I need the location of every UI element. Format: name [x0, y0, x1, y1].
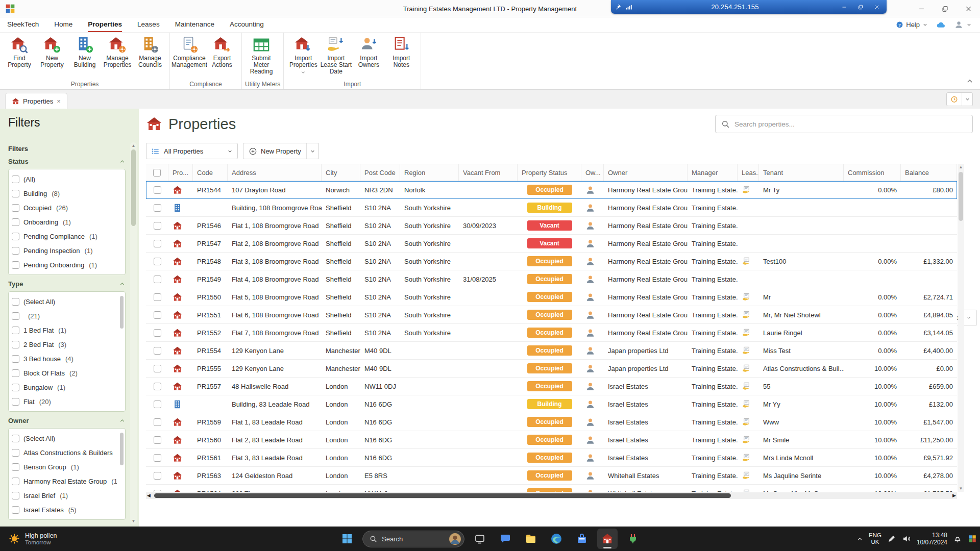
filter-checkbox[interactable]: [12, 327, 19, 334]
filter-checkbox[interactable]: [12, 341, 19, 348]
filter-checkbox[interactable]: [12, 398, 19, 406]
row-checkbox[interactable]: [154, 418, 161, 426]
table-row[interactable]: PR1552 Flat 7, 108 Broomgrove Road Sheff…: [146, 324, 957, 342]
table-row[interactable]: PR1550 Flat 5, 108 Broomgrove Road Sheff…: [146, 288, 957, 306]
menu-item[interactable]: Leases: [137, 17, 160, 32]
cloud-icon[interactable]: [936, 20, 946, 30]
column-header-tenant[interactable]: Tenant: [759, 164, 844, 181]
widgets-icon[interactable]: [968, 534, 977, 543]
filter-item[interactable]: Occupied (26): [12, 201, 122, 215]
row-checkbox[interactable]: [154, 454, 161, 462]
filter-checkbox[interactable]: [12, 506, 19, 514]
filter-checkbox[interactable]: [12, 449, 19, 457]
touch-keyboard-icon[interactable]: [887, 534, 896, 543]
row-checkbox[interactable]: [154, 240, 161, 247]
history-button[interactable]: [946, 92, 973, 106]
table-row[interactable]: PR1557 48 Hallswelle Road London NW11 0D…: [146, 378, 957, 395]
clock[interactable]: 13:48 10/07/2024: [917, 532, 947, 546]
column-header-property-icon[interactable]: Pro...: [168, 164, 193, 181]
row-checkbox[interactable]: [154, 222, 161, 230]
filter-checkbox[interactable]: [12, 218, 19, 226]
table-row[interactable]: Building, 108 Broomgrove Road Sheffield …: [146, 199, 957, 217]
column-header-commission[interactable]: Commission: [844, 164, 901, 181]
column-header-region[interactable]: Region: [400, 164, 459, 181]
filter-item[interactable]: Building (8): [12, 186, 122, 201]
row-checkbox[interactable]: [154, 347, 161, 355]
filter-item[interactable]: 3 Bed house (4): [12, 352, 117, 366]
menu-item[interactable]: Accounting: [230, 17, 264, 32]
ribbon-button[interactable]: New Building: [68, 35, 101, 70]
column-header-vacant-from[interactable]: Vacant From: [459, 164, 518, 181]
column-header-postcode[interactable]: Post Code: [360, 164, 400, 181]
table-horizontal-scrollbar[interactable]: ◀▶: [146, 492, 957, 499]
filter-checkbox[interactable]: [12, 492, 19, 499]
menu-item[interactable]: Maintenance: [175, 17, 214, 32]
filter-checkbox[interactable]: [12, 463, 19, 471]
table-row[interactable]: PR1554 129 Kenyon Lane Manchester M40 9D…: [146, 342, 957, 360]
column-header-property-status[interactable]: Property Status: [518, 164, 581, 181]
store-icon[interactable]: [572, 529, 592, 549]
filters-scrollbar[interactable]: ▲▼: [130, 142, 137, 524]
filter-item[interactable]: Pending Inspection (1): [12, 243, 122, 258]
filter-checkbox[interactable]: [12, 190, 19, 197]
new-property-dropdown[interactable]: [306, 143, 318, 159]
filter-section-header[interactable]: Status: [8, 158, 126, 165]
filter-checkbox[interactable]: [12, 261, 19, 269]
filter-item[interactable]: Flat (20): [12, 394, 117, 409]
column-header-city[interactable]: City: [322, 164, 360, 181]
table-row[interactable]: PR1544 107 Drayton Road Norwich NR3 2DN …: [146, 181, 957, 199]
ribbon-button[interactable]: Export Actions: [206, 35, 238, 70]
ribbon-button[interactable]: Import Properties: [287, 35, 320, 77]
filter-item[interactable]: (Select All): [12, 431, 117, 445]
property-app-icon[interactable]: [597, 529, 618, 549]
menu-item[interactable]: Properties: [88, 17, 122, 32]
filter-item[interactable]: Atlas Constructions & Builders (2): [12, 445, 117, 460]
filter-checkbox[interactable]: [12, 355, 19, 363]
column-header-owner[interactable]: Owner: [604, 164, 688, 181]
menu-item[interactable]: SleekTech: [7, 17, 39, 32]
rdp-restore-button[interactable]: [854, 2, 867, 12]
filter-item[interactable]: Harmony Real Estate Group (13): [12, 474, 117, 488]
filter-item[interactable]: Benson Group (1): [12, 460, 117, 474]
edge-icon[interactable]: [546, 529, 567, 549]
task-view-button[interactable]: [470, 529, 490, 549]
ribbon-button[interactable]: Manage Councils: [134, 35, 166, 70]
table-row[interactable]: PR1564 263 The... London NW11 0... Occup…: [146, 485, 957, 492]
row-checkbox[interactable]: [154, 293, 161, 301]
table-vertical-scrollbar[interactable]: ▲▼: [958, 164, 964, 492]
row-checkbox[interactable]: [154, 329, 161, 337]
user-menu[interactable]: [954, 20, 972, 30]
close-button[interactable]: [957, 0, 980, 17]
filter-checkbox[interactable]: [12, 233, 19, 240]
pin-icon[interactable]: [614, 3, 622, 11]
filter-item[interactable]: Block Of Flats (2): [12, 366, 117, 380]
table-row[interactable]: Building, 83 Leadale Road London N16 6DG…: [146, 395, 957, 413]
rdp-minimize-button[interactable]: [838, 2, 851, 12]
filter-item[interactable]: Pending Compliance (1): [12, 229, 122, 243]
row-checkbox[interactable]: [154, 204, 161, 212]
menu-item[interactable]: Home: [54, 17, 72, 32]
tray-chevron-icon[interactable]: [856, 536, 863, 542]
rdp-close-button[interactable]: [870, 2, 884, 12]
table-row[interactable]: PR1555 129 Kenyon Lane Manchester M40 9D…: [146, 360, 957, 378]
minimize-button[interactable]: [910, 0, 933, 17]
row-checkbox[interactable]: [154, 186, 161, 194]
filter-checkbox[interactable]: [12, 176, 19, 183]
tab-close-icon[interactable]: ×: [57, 98, 61, 105]
ribbon-collapse-button[interactable]: [966, 77, 974, 85]
filter-item[interactable]: Israel Estates (5): [12, 503, 117, 517]
column-header-owner-icon[interactable]: Ow...: [581, 164, 604, 181]
column-header-lease-icon[interactable]: Leas...: [738, 164, 759, 181]
maximize-button[interactable]: [933, 0, 957, 17]
filter-checkbox[interactable]: [12, 478, 19, 485]
row-checkbox[interactable]: [154, 400, 161, 408]
column-header-code[interactable]: Code: [193, 164, 228, 181]
ribbon-button[interactable]: Import Owners: [352, 35, 385, 70]
row-checkbox[interactable]: [154, 490, 161, 492]
filter-section-header[interactable]: Type: [8, 280, 126, 288]
filter-checkbox[interactable]: [12, 312, 19, 320]
ribbon-button[interactable]: Import Notes: [385, 35, 418, 70]
tab-properties[interactable]: Properties ×: [5, 93, 67, 109]
ribbon-button[interactable]: Submit Meter Reading: [245, 35, 278, 77]
row-checkbox[interactable]: [154, 311, 161, 319]
